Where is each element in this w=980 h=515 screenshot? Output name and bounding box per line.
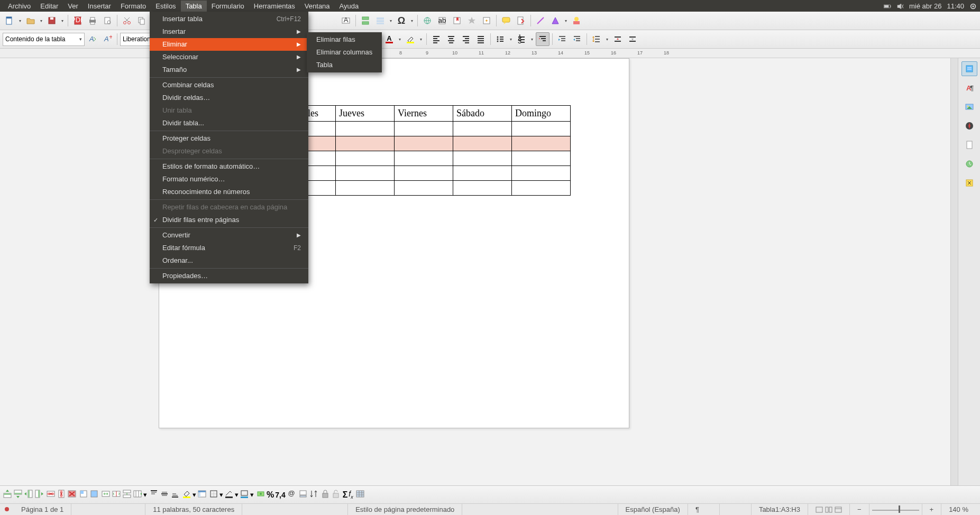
font-name-combo[interactable] [120,33,153,46]
align-left-button[interactable] [429,32,443,46]
save-dropdown[interactable]: ▾ [60,19,65,23]
number-format-currency-button[interactable] [256,489,265,500]
menu-insertar[interactable]: Insertar [83,1,116,12]
insert-row-above-button[interactable] [3,489,12,500]
unprotect-cells-button[interactable] [331,489,341,500]
zoom-slider[interactable] [869,504,922,515]
update-style-button[interactable]: A [86,32,99,46]
cut-button[interactable] [120,14,134,27]
menu-ver[interactable]: Ver [63,1,83,12]
draw-line-button[interactable] [534,14,547,27]
sidebar-styles-button[interactable]: A¶ [961,80,977,95]
decrease-spacing-button[interactable] [626,32,639,46]
menu-formato[interactable]: Formato [116,1,151,12]
font-name-input[interactable] [123,35,150,43]
align-center-button[interactable] [444,32,458,46]
align-justify-button[interactable] [474,32,488,46]
number-list-button[interactable]: 123 [515,32,528,46]
insert-symbol-dropdown[interactable]: ▾ [409,19,415,23]
menuitem-dividir-tabla-[interactable]: Dividir tabla... [150,117,308,130]
insert-comment-button[interactable] [499,14,513,27]
insert-bookmark-button[interactable] [450,14,464,27]
submenu-tabla[interactable]: Tabla [307,59,382,71]
align-right-button[interactable] [459,32,473,46]
sort-button[interactable] [309,489,318,500]
menuitem-estilos-de-formato-autom-tico-[interactable]: Estilos de formato automático… [150,160,308,173]
delete-col-button[interactable] [57,489,66,500]
submenu-eliminar-filas[interactable]: Eliminar filas [307,33,382,46]
borders-button[interactable] [209,489,218,500]
select-cell-button[interactable] [79,489,88,500]
document-area[interactable]: Miércoles Jueves Viernes Sábado Domingo [0,58,956,489]
menu-ventana[interactable]: Ventana [300,1,335,12]
cell-bgcolor-button[interactable] [182,489,191,500]
insert-field-dropdown[interactable]: ▾ [388,19,393,23]
menu-archivo[interactable]: Archivo [3,1,35,12]
insert-caption-button[interactable] [298,489,308,500]
insert-footnote-button[interactable]: ab [435,14,449,27]
paragraph-style-input[interactable] [5,35,77,43]
sidebar-manage-button[interactable] [961,176,977,190]
decrease-indent-button[interactable] [570,32,584,46]
sidebar-page-button[interactable] [961,137,977,152]
insert-field-button[interactable] [373,14,387,27]
open-button[interactable] [24,14,38,27]
split-table-button[interactable] [122,489,132,500]
increase-indent-button[interactable] [555,32,569,46]
copy-button[interactable] [135,14,149,27]
valign-top-button[interactable] [149,489,159,500]
menu-ayuda[interactable]: Ayuda [335,1,364,12]
menu-tabla[interactable]: Tabla [181,1,207,12]
open-dropdown[interactable]: ▾ [39,19,44,23]
protect-cells-button[interactable] [320,489,330,500]
menuitem-ordenar-[interactable]: Ordenar... [150,254,308,267]
increase-spacing-button[interactable] [611,32,625,46]
insert-symbol-button[interactable]: Ω [395,14,408,27]
valign-bottom-button[interactable] [170,489,180,500]
delete-row-button[interactable] [46,489,56,500]
split-cells-button[interactable] [112,489,121,500]
new-style-button[interactable]: A+ [100,32,114,46]
paragraph-style-combo[interactable]: ▾ [3,33,85,46]
status-selection[interactable]: Tabla1:A3:H3 [752,504,808,515]
menuitem-dividir-celdas-[interactable]: Dividir celdas… [150,91,308,104]
border-style-button[interactable] [224,489,234,500]
sidebar-gallery-button[interactable] [961,99,977,114]
menuitem-reconocimiento-de-n-meros[interactable]: Reconocimiento de números [150,186,308,198]
insert-col-right-button[interactable] [34,489,44,500]
draw-functions-button[interactable] [570,14,583,27]
zoom-in-button[interactable]: + [922,504,942,515]
submenu-eliminar-columnas[interactable]: Eliminar columnas [307,46,382,59]
new-doc-dropdown[interactable]: ▾ [17,19,23,23]
insert-col-left-button[interactable] [24,489,33,500]
table-properties-button[interactable] [355,489,365,500]
merge-cells-button[interactable] [101,489,111,500]
vertical-scrollbar[interactable] [950,58,958,489]
insert-row-below-button[interactable] [13,489,23,500]
hyperlink-button[interactable] [420,14,434,27]
horizontal-ruler[interactable]: 8 9 10 11 12 13 14 15 16 17 18 [0,49,980,58]
optimize-size-button[interactable] [133,489,142,500]
menuitem-seleccionar[interactable]: Seleccionar▶ [150,51,308,63]
menuitem-insertar[interactable]: Insertar▶ [150,25,308,38]
menuitem-combinar-celdas[interactable]: Combinar celdas [150,79,308,91]
font-color-dropdown[interactable]: ▾ [397,37,402,42]
zoom-out-button[interactable]: − [850,504,869,515]
print-button[interactable] [86,14,99,27]
basic-shapes-dropdown[interactable]: ▾ [563,19,569,23]
basic-shapes-button[interactable] [548,14,562,27]
line-spacing-button[interactable] [590,32,603,46]
bullet-list-button[interactable] [493,32,507,46]
insert-textbox-button[interactable]: A [339,14,353,27]
sidebar-styleinspector-button[interactable] [961,157,977,171]
track-changes-button[interactable] [514,14,528,27]
status-page[interactable]: Página 1 de 1 [14,504,71,515]
sum-button[interactable]: Σ [343,490,348,500]
menuitem-formato-num-rico-[interactable]: Formato numérico… [150,173,308,186]
menu-formulario[interactable]: Formulario [207,1,249,12]
number-format-decimal-button[interactable]: 7,4 [275,491,285,499]
status-insert-mode[interactable]: ¶ [688,504,720,515]
menuitem-dividir-filas-entre-p-ginas[interactable]: ✓Dividir filas entre páginas [150,214,308,226]
outline-list-button[interactable] [536,32,549,46]
menu-editar[interactable]: Editar [35,1,63,12]
